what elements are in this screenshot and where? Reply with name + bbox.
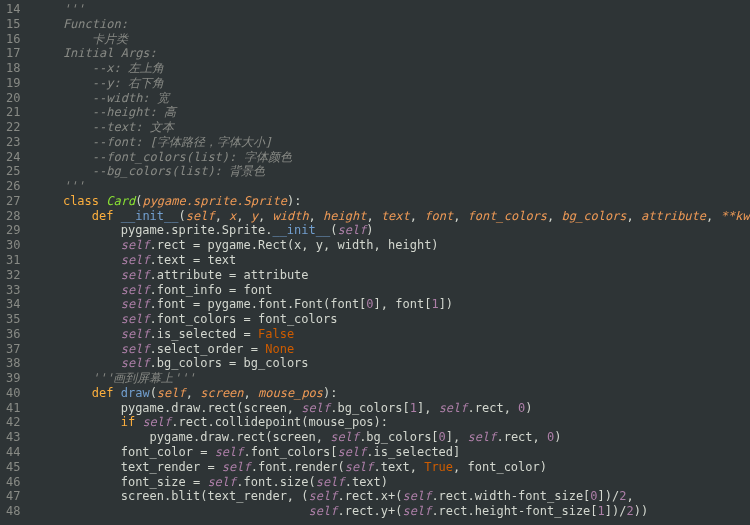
code-line[interactable]: def __init__(self, x, y, width, height, … — [34, 209, 750, 224]
token: .bg_colors[ — [359, 430, 438, 444]
token: def — [92, 209, 114, 223]
token: screen.blit(text_render, ( — [34, 489, 309, 503]
code-line[interactable]: pygame.draw.rect(screen, self.bg_colors[… — [34, 430, 750, 445]
token: font_size = — [34, 475, 207, 489]
line-number: 35 — [6, 312, 20, 327]
line-number: 37 — [6, 342, 20, 357]
code-line[interactable]: '''画到屏幕上''' — [34, 371, 750, 386]
token: self — [337, 445, 366, 459]
code-line[interactable]: pygame.sprite.Sprite.__init__(self) — [34, 223, 750, 238]
token: ], — [446, 430, 468, 444]
token: self — [186, 209, 215, 223]
token: ): — [323, 386, 337, 400]
token: 卡片类 — [34, 32, 128, 46]
code-line[interactable]: pygame.draw.rect(screen, self.bg_colors[… — [34, 401, 750, 416]
code-line[interactable]: if self.rect.collidepoint(mouse_pos): — [34, 415, 750, 430]
token: ) — [366, 223, 373, 237]
token: --font_colors(list): 字体颜色 — [34, 150, 292, 164]
token: --text: 文本 — [34, 120, 174, 134]
code-line[interactable]: --bg_colors(list): 背景色 — [34, 164, 750, 179]
code-line[interactable]: ''' — [34, 2, 750, 17]
code-line[interactable]: --font_colors(list): 字体颜色 — [34, 150, 750, 165]
code-line[interactable]: self.text = text — [34, 253, 750, 268]
token: ], — [417, 401, 439, 415]
code-line[interactable]: class Card(pygame.sprite.Sprite): — [34, 194, 750, 209]
token: pygame.sprite.Sprite — [142, 194, 287, 208]
line-number: 48 — [6, 504, 20, 519]
code-line[interactable]: --font: [字体路径，字体大小] — [34, 135, 750, 150]
token: mouse_pos — [258, 386, 323, 400]
token — [34, 238, 121, 252]
code-line[interactable]: self.is_selected = False — [34, 327, 750, 342]
token: Card — [106, 194, 135, 208]
line-number: 21 — [6, 105, 20, 120]
token: , — [236, 209, 250, 223]
code-line[interactable]: self.font = pygame.font.Font(font[0], fo… — [34, 297, 750, 312]
token — [34, 356, 121, 370]
token: ])/ — [598, 489, 620, 503]
token: attribute — [641, 209, 706, 223]
token: .text) — [345, 475, 388, 489]
token: .rect, — [496, 430, 547, 444]
token: font — [424, 209, 453, 223]
token: self — [337, 223, 366, 237]
code-line[interactable]: self.rect = pygame.Rect(x, y, width, hei… — [34, 238, 750, 253]
code-line[interactable]: self.attribute = attribute — [34, 268, 750, 283]
code-line[interactable]: self.font_colors = font_colors — [34, 312, 750, 327]
code-line[interactable]: text_render = self.font.render(self.text… — [34, 460, 750, 475]
line-number: 34 — [6, 297, 20, 312]
code-line[interactable]: self.bg_colors = bg_colors — [34, 356, 750, 371]
token: self — [121, 238, 150, 252]
code-line[interactable]: --y: 右下角 — [34, 76, 750, 91]
token: class — [63, 194, 99, 208]
token: .rect.collidepoint(mouse_pos): — [171, 415, 388, 429]
token: --width: 宽 — [34, 91, 169, 105]
code-line[interactable]: self.select_order = None — [34, 342, 750, 357]
token: .is_selected] — [366, 445, 460, 459]
code-area[interactable]: ''' Function: 卡片类 Initial Args: --x: 左上角… — [30, 0, 750, 525]
code-line[interactable]: Function: — [34, 17, 750, 32]
token: --bg_colors(list): 背景色 — [34, 164, 265, 178]
token: self — [121, 312, 150, 326]
token: , — [366, 209, 380, 223]
code-line[interactable]: font_size = self.font.size(self.text) — [34, 475, 750, 490]
code-line[interactable]: ''' — [34, 179, 750, 194]
token: __init__ — [121, 209, 179, 223]
token: text_render = — [34, 460, 222, 474]
token: y — [251, 209, 258, 223]
line-number: 47 — [6, 489, 20, 504]
line-number: 23 — [6, 135, 20, 150]
code-line[interactable]: def draw(self, screen, mouse_pos): — [34, 386, 750, 401]
code-line[interactable]: self.rect.y+(self.rect.height-font_size[… — [34, 504, 750, 519]
code-line[interactable]: --text: 文本 — [34, 120, 750, 135]
line-number: 40 — [6, 386, 20, 401]
token: pygame.draw.rect(screen, — [34, 430, 330, 444]
code-line[interactable]: screen.blit(text_render, (self.rect.x+(s… — [34, 489, 750, 504]
code-line[interactable]: --height: 高 — [34, 105, 750, 120]
token — [34, 312, 121, 326]
code-line[interactable]: self.font_info = font — [34, 283, 750, 298]
token: bg_colors — [562, 209, 627, 223]
token: self — [121, 283, 150, 297]
token: screen — [200, 386, 243, 400]
token: --font: [字体路径，字体大小] — [34, 135, 272, 149]
token — [34, 283, 121, 297]
token: , — [706, 209, 720, 223]
token — [113, 386, 120, 400]
token: self — [142, 415, 171, 429]
code-line[interactable]: --width: 宽 — [34, 91, 750, 106]
code-line[interactable]: --x: 左上角 — [34, 61, 750, 76]
code-line[interactable]: font_color = self.font_colors[self.is_se… — [34, 445, 750, 460]
code-line[interactable]: Initial Args: — [34, 46, 750, 61]
line-number: 39 — [6, 371, 20, 386]
token: --y: 右下角 — [34, 76, 164, 90]
token: 0 — [439, 430, 446, 444]
token: if — [121, 415, 135, 429]
token: self — [121, 268, 150, 282]
token: pygame.draw.rect(screen, — [34, 401, 301, 415]
token — [34, 386, 92, 400]
token: self — [330, 430, 359, 444]
token: , — [186, 386, 200, 400]
code-line[interactable]: 卡片类 — [34, 32, 750, 47]
line-number: 42 — [6, 415, 20, 430]
